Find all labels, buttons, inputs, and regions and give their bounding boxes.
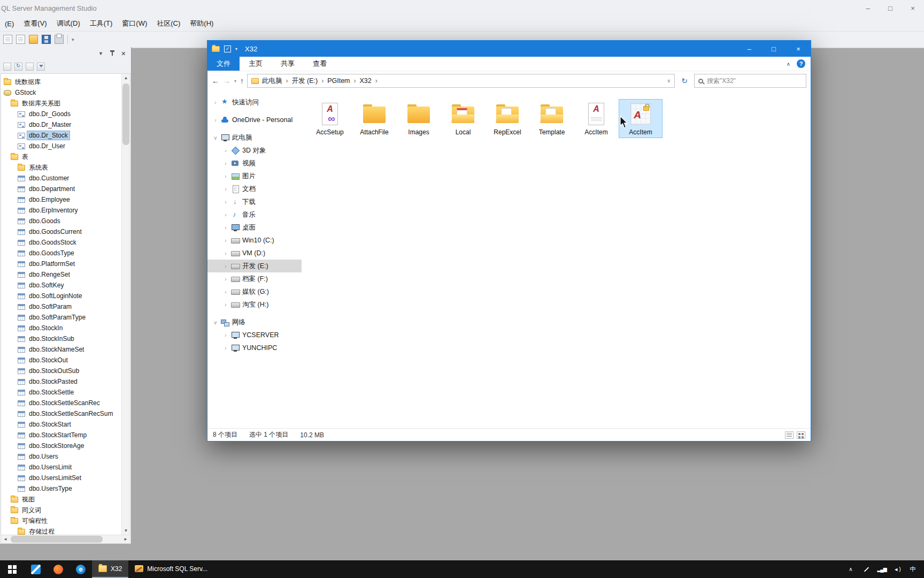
details-view-icon[interactable] [785,431,794,439]
nav-expand-arrow[interactable]: › [223,173,228,179]
nav-expand-arrow[interactable]: › [223,161,228,166]
nav-item[interactable]: › 档案 (F:) [207,272,302,285]
tree-item[interactable]: 表 [1,151,121,162]
save-icon[interactable] [42,35,51,44]
address-box[interactable]: 此电脑 开发 (E:) PGItem X32 ∨ [247,74,675,88]
open-query-icon[interactable] [16,35,25,44]
nav-expand-arrow[interactable]: › [213,117,218,123]
tree-item[interactable]: dbo.StockSettle [1,387,121,398]
nav-item[interactable]: › 桌面 [207,221,302,234]
start-button[interactable] [0,560,25,578]
nav-item[interactable]: › 快速访问 [207,96,302,109]
tree-item[interactable]: dbo.Goods [1,216,121,226]
qat-properties-icon[interactable]: ✓ [224,45,231,52]
tree-item[interactable]: dbo.Employee [1,194,121,205]
tree-item[interactable]: dbo.StockSettleScanRecSum [1,408,121,419]
explorer-maximize-button[interactable]: □ [761,41,786,57]
taskbar-pinned-app-3[interactable]: e [70,560,92,578]
qat-customize-icon[interactable]: ▾ [235,47,237,51]
nav-expand-arrow[interactable]: › [223,302,228,308]
nav-expand-arrow[interactable]: › [213,100,218,105]
tree-item[interactable]: dbo.RengeSet [1,269,121,280]
pin-icon[interactable] [110,50,115,57]
file-item[interactable]: AccItem [619,99,663,138]
tree-item[interactable]: dbo.StockOut [1,355,121,366]
tree-item[interactable]: dbo.Customer [1,173,121,184]
tree-item[interactable]: 存储过程 [1,526,121,535]
nav-expand-arrow[interactable]: › [223,289,228,295]
tree-item[interactable]: dbo.Users [1,451,121,462]
tree-item[interactable]: dbo.StockSettleScanRec [1,398,121,408]
nav-expand-arrow[interactable]: › [223,148,228,154]
nav-item[interactable]: › 视频 [207,157,302,170]
tree-item[interactable]: dbo.ErpInventory [1,205,121,216]
nav-item[interactable]: › 媒软 (G:) [207,285,302,298]
taskbar-app-button[interactable]: Microsoft SQL Serv... [128,560,214,578]
nav-expand-arrow[interactable]: › [223,250,228,256]
nav-item[interactable]: › 淘宝 (H:) [207,298,302,311]
nav-item[interactable]: › YUNCHIPC [207,341,302,354]
breadcrumb-segment[interactable]: 开发 (E:) [292,77,328,86]
ssms-menu-item[interactable]: 帮助(H) [185,17,218,31]
panel-close-icon[interactable]: × [121,49,126,58]
breadcrumb-segment[interactable]: PGItem [327,77,359,85]
ssms-maximize-button[interactable]: □ [879,1,902,16]
nav-item[interactable]: › OneDrive - Personal [207,113,302,126]
tree-item[interactable]: dbo.Dr_Master [1,119,121,130]
nav-item[interactable]: › YCSERVER [207,329,302,341]
history-dropdown-icon[interactable]: ▾ [234,79,236,83]
nav-item[interactable]: › Win10 (C:) [207,234,302,247]
tree-item[interactable]: dbo.Dr_User [1,141,121,151]
search-input[interactable]: 搜索"X32" [694,74,806,88]
tree-item[interactable]: dbo.SoftParamType [1,312,121,323]
tree-item[interactable]: 数据库关系图 [1,98,121,109]
nav-expand-arrow[interactable]: › [223,332,228,338]
breadcrumb-segment[interactable]: 此电脑 [262,77,292,86]
tree-item[interactable]: dbo.Dr_Goods [1,109,121,119]
ribbon-collapse-icon[interactable]: ∧ [787,61,790,67]
nav-expand-arrow[interactable]: › [223,238,228,244]
tree-vertical-scrollbar[interactable]: ▲ ▼ [121,74,130,535]
ribbon-tab[interactable]: 文件 [207,57,240,71]
nav-item[interactable]: › 开发 (E:) [207,260,302,272]
nav-expand-arrow[interactable]: › [223,212,228,218]
print-icon[interactable] [55,35,64,44]
breadcrumb-segment[interactable]: X32 [360,77,381,85]
nav-item[interactable]: › 文档 [207,182,302,195]
ssms-menu-item[interactable]: 调试(D) [52,17,85,31]
ssms-menu-item[interactable]: (E) [0,18,19,30]
vertical-scroll-thumb[interactable] [122,83,129,145]
file-item[interactable]: Images [397,99,441,138]
refresh-icon[interactable] [14,63,22,71]
explorer-titlebar[interactable]: ✓ ▾ X32 – □ × [207,41,811,57]
nav-expand-arrow[interactable]: › [223,276,228,282]
scroll-right-icon[interactable]: ► [121,537,130,542]
ssms-menu-item[interactable]: 查看(V) [19,17,51,31]
tree-item[interactable]: dbo.GoodsCurrent [1,226,121,237]
ssms-menu-item[interactable]: 工具(T) [85,17,118,31]
thumbnails-view-icon[interactable] [797,431,805,439]
scroll-down-icon[interactable]: ▼ [122,528,130,533]
tree-item[interactable]: dbo.UsersType [1,483,121,494]
tree-item[interactable]: dbo.Dr_Stock [1,130,121,141]
stop-icon[interactable] [26,63,34,71]
file-item[interactable]: Local [441,99,485,138]
file-item[interactable]: Template [530,99,574,138]
tree-item[interactable]: dbo.PlatformSet [1,258,121,269]
file-item[interactable]: AccItem [574,99,618,138]
filter-icon[interactable] [37,63,45,71]
network-icon[interactable] [878,566,886,573]
nav-item[interactable]: ∨ 此电脑 [207,131,302,144]
nav-item[interactable]: › VM (D:) [207,247,302,260]
refresh-icon[interactable]: ↻ [678,77,691,85]
back-icon[interactable]: ← [212,77,219,85]
nav-expand-arrow[interactable]: › [223,225,228,231]
tray-overflow-icon[interactable] [847,566,854,573]
ribbon-tab[interactable]: 查看 [304,57,336,71]
taskbar-pinned-app-1[interactable] [25,560,47,578]
explorer-minimize-button[interactable]: – [737,41,761,57]
ssms-minimize-button[interactable]: – [857,1,879,16]
toolbar-overflow-icon[interactable]: ▾ [72,37,74,42]
ssms-close-button[interactable]: × [902,1,924,16]
nav-expand-arrow[interactable]: › [223,199,228,205]
